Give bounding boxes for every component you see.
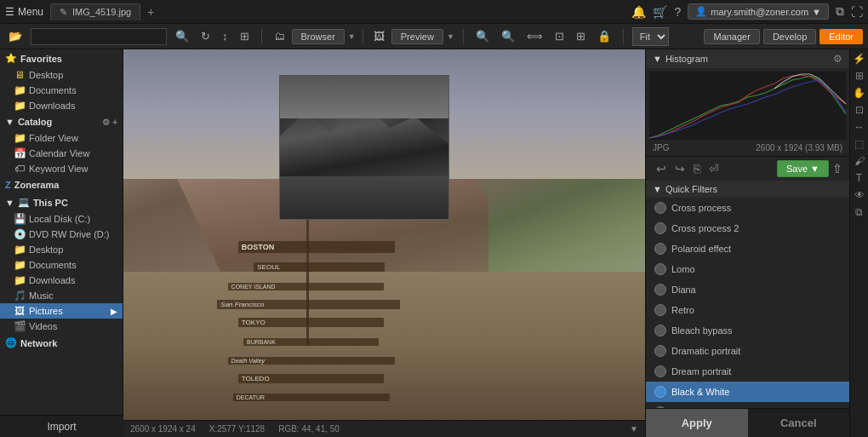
preview-icon[interactable]: 🖼 xyxy=(370,28,388,44)
actual-size-icon[interactable]: ⊡ xyxy=(551,28,568,44)
search-icon[interactable]: 🔍 xyxy=(172,28,192,44)
sidebar-item-dvd[interactable]: 💿 DVD RW Drive (D:) xyxy=(0,227,123,242)
search-input[interactable] xyxy=(31,28,167,45)
eye-icon[interactable]: 👁 xyxy=(854,189,865,201)
sidebar-item-desktop[interactable]: 🖥 Desktop xyxy=(0,67,123,83)
import-button[interactable]: Import xyxy=(0,415,123,437)
apply-button[interactable]: Apply xyxy=(646,409,748,437)
fit-select[interactable]: Fit xyxy=(632,27,669,46)
menu-icon: ☰ xyxy=(5,6,14,18)
sidebar-item-keyword-view[interactable]: 🏷 Keyword View xyxy=(0,161,123,176)
histogram-format: JPG xyxy=(653,143,669,152)
sort-icon[interactable]: ↕ xyxy=(219,28,231,44)
catalog-label: Catalog xyxy=(18,117,52,127)
arrow-icon[interactable]: ↔ xyxy=(854,121,865,133)
sidebar-item-local-disk[interactable]: 💾 Local Disk (C:) xyxy=(0,211,123,227)
preview-dropdown-icon[interactable]: ▼ xyxy=(447,32,454,41)
expand-icon[interactable]: ⛶ xyxy=(851,5,863,19)
sidebar-item-documents2[interactable]: 📁 Documents xyxy=(0,257,123,273)
sidebar-item-videos[interactable]: 🎬 Videos xyxy=(0,319,123,334)
zoom-in-icon[interactable]: 🔍 xyxy=(498,28,518,44)
grid-icon[interactable]: ⊞ xyxy=(237,28,253,44)
filter-cross-process-2[interactable]: Cross process 2 xyxy=(646,218,849,239)
filter-lomo[interactable]: Lomo xyxy=(646,259,849,279)
favorites-header[interactable]: ⭐ Favorites xyxy=(0,49,123,67)
develop-tab[interactable]: Develop xyxy=(763,29,816,44)
menu-button[interactable]: ☰ Menu xyxy=(5,6,43,18)
crop-icon[interactable]: ⊡ xyxy=(855,104,864,116)
brush-icon[interactable]: 🖌 xyxy=(854,155,865,167)
catalog-add-icon[interactable]: + xyxy=(112,118,117,127)
grid-v-icon[interactable]: ⊞ xyxy=(855,70,864,82)
network-header[interactable]: 🌐 Network xyxy=(0,334,123,352)
cart-icon[interactable]: 🛒 xyxy=(653,5,667,19)
sidebar-item-calendar-view[interactable]: 📅 Calendar View xyxy=(0,146,123,161)
zoom-out-icon[interactable]: 🔍 xyxy=(472,28,493,44)
select-icon[interactable]: ⬚ xyxy=(854,138,864,150)
browser-button[interactable]: Browser xyxy=(292,29,345,44)
sidebar-item-downloads[interactable]: 📁 Downloads xyxy=(0,98,123,113)
sidebar-item-downloads2[interactable]: 📁 Downloads xyxy=(0,273,123,288)
filter-silver-wind[interactable]: Silver wind xyxy=(646,402,849,408)
sidebar-item-music[interactable]: 🎵 Music xyxy=(0,288,123,303)
local-disk-label: Local Disk (C:) xyxy=(29,214,90,224)
share-button[interactable]: ⇧ xyxy=(832,162,842,175)
dvd-label: DVD RW Drive (D:) xyxy=(29,229,110,239)
text-icon[interactable]: T xyxy=(856,172,862,184)
histogram-settings-icon[interactable]: ⚙ xyxy=(833,53,842,65)
browser-icon[interactable]: 🗂 xyxy=(271,28,288,44)
help-icon[interactable]: ? xyxy=(674,5,681,19)
refresh-icon[interactable]: ↻ xyxy=(197,28,214,44)
manager-tab[interactable]: Manager xyxy=(704,29,759,44)
hand-icon[interactable]: ✋ xyxy=(853,87,865,99)
filter-dot-dream xyxy=(654,365,666,377)
user-email: mary.smith@zoner.com xyxy=(711,7,808,17)
redo-button[interactable]: ↪ xyxy=(671,160,688,177)
filter-diana[interactable]: Diana xyxy=(646,279,849,300)
filter-retro[interactable]: Retro xyxy=(646,300,849,320)
filter-dramatic-portrait[interactable]: Dramatic portrait xyxy=(646,341,849,361)
cancel-button[interactable]: Cancel xyxy=(748,409,850,437)
main-canvas[interactable]: BOSTON SEOUL CONEY ISLAND San Francisco … xyxy=(123,49,645,420)
sidebar-item-documents[interactable]: 📁 Documents xyxy=(0,83,123,98)
import-label: Import xyxy=(47,421,76,433)
histogram-header[interactable]: ▼ Histogram ⚙ xyxy=(646,49,849,68)
flash-icon[interactable]: ⚡ xyxy=(853,53,865,65)
window-icon[interactable]: ⧉ xyxy=(836,4,844,19)
filter-dream-portrait[interactable]: Dream portrait xyxy=(646,361,849,382)
filter-polaroid[interactable]: Polaroid effect xyxy=(646,239,849,259)
browser-dropdown-icon[interactable]: ▼ xyxy=(348,32,356,41)
network-icon: 🌐 xyxy=(5,337,17,348)
user-badge[interactable]: 👤 mary.smith@zoner.com ▼ xyxy=(688,3,829,20)
thispc-label: This PC xyxy=(33,198,68,208)
sidebar-label-documents: Documents xyxy=(29,85,77,95)
canvas-scrollbar-icon: ▼ xyxy=(630,424,638,434)
filter-bleach-bypass[interactable]: Bleach bypass xyxy=(646,320,849,341)
paste-button[interactable]: ⏎ xyxy=(705,160,722,177)
fit-width-icon[interactable]: ⟺ xyxy=(523,28,546,44)
compare-icon[interactable]: ⊞ xyxy=(573,28,589,44)
copy-button[interactable]: ⎘ xyxy=(690,160,704,177)
filter-dot-bw xyxy=(654,386,666,398)
filter-cross-process[interactable]: Cross process xyxy=(646,198,849,218)
quick-filters-header[interactable]: ▼ Quick Filters xyxy=(646,181,849,198)
editor-tab[interactable]: Editor xyxy=(819,29,863,44)
catalog-header[interactable]: ▼ Catalog ⚙ + xyxy=(0,113,123,130)
save-button[interactable]: Save ▼ xyxy=(777,160,829,177)
zonerama-header[interactable]: Z Zonerama xyxy=(0,176,123,193)
sidebar-item-pictures[interactable]: 🖼 Pictures ▶ xyxy=(0,303,123,319)
filter-black-white[interactable]: Black & White xyxy=(646,382,849,402)
add-tab-button[interactable]: + xyxy=(147,5,154,19)
catalog-section: ▼ Catalog ⚙ + 📁 Folder View 📅 Calendar V… xyxy=(0,113,123,176)
catalog-settings-icon[interactable]: ⚙ xyxy=(102,118,110,127)
layers-icon[interactable]: ⧉ xyxy=(855,206,863,218)
notifications-icon[interactable]: 🔔 xyxy=(631,5,646,19)
active-tab[interactable]: ✎ IMG_4519.jpg xyxy=(50,3,140,20)
lock-icon[interactable]: 🔒 xyxy=(594,28,614,44)
sidebar-item-folder-view[interactable]: 📁 Folder View xyxy=(0,130,123,146)
sidebar-item-desktop2[interactable]: 📁 Desktop xyxy=(0,242,123,257)
folder-icon[interactable]: 📂 xyxy=(5,28,26,44)
thispc-header[interactable]: ▼ 💻 This PC xyxy=(0,193,123,211)
preview-button[interactable]: Preview xyxy=(391,29,443,44)
undo-button[interactable]: ↩ xyxy=(653,160,670,177)
